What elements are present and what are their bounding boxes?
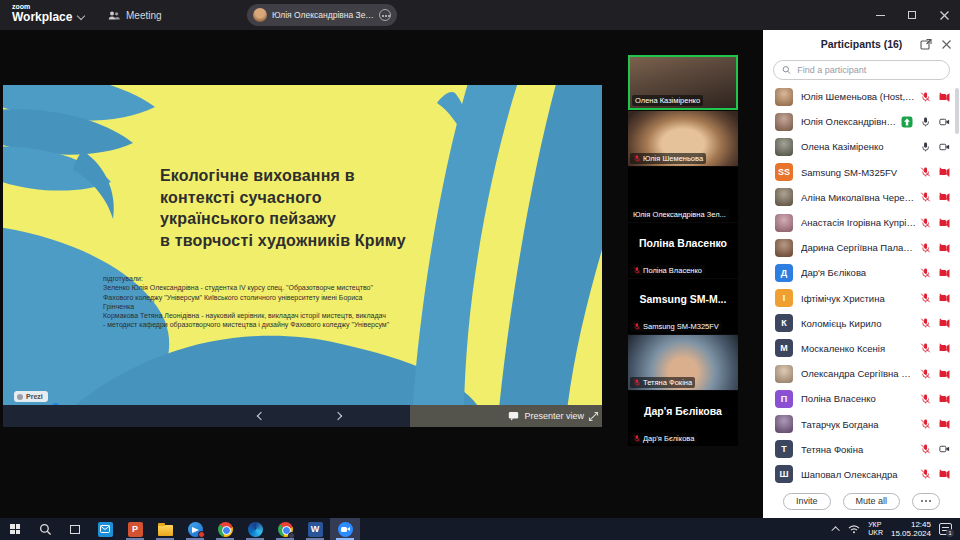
presentation-nav-bar: Presenter view xyxy=(3,405,602,427)
chrome-icon xyxy=(218,522,233,537)
participant-row[interactable]: І Іфтімічук Христина xyxy=(763,286,960,311)
mute-all-button[interactable]: Mute all xyxy=(843,493,901,510)
camera-off-icon xyxy=(938,217,951,229)
action-center-icon[interactable]: 1 xyxy=(939,523,952,535)
taskbar-word[interactable]: W xyxy=(300,518,330,540)
video-name-label: Олена Казіміренко xyxy=(632,95,703,106)
video-tile[interactable]: Тетяна Фокіна xyxy=(628,335,738,390)
video-tile[interactable]: Samsung SM-M... Samsung SM-M325FV xyxy=(628,279,738,334)
language-primary: УКР xyxy=(868,521,883,529)
participant-row[interactable]: Олександра Сергіївна Шпак xyxy=(763,361,960,386)
ellipsis-icon xyxy=(925,500,927,502)
presentation-slide: Екологічне виховання в контексті сучасно… xyxy=(3,85,602,405)
previous-slide-button[interactable] xyxy=(241,405,281,427)
tab-session[interactable]: Юлія Олександрівна Зеленко's xyxy=(247,4,397,26)
next-slide-button[interactable] xyxy=(318,405,358,427)
video-tile[interactable]: Юлія Шеменьова xyxy=(628,111,738,166)
avatar: Д xyxy=(775,264,793,282)
taskbar-search-button[interactable] xyxy=(30,518,60,540)
participant-row[interactable]: Ш Шаповал Олександра xyxy=(763,462,960,486)
maximize-button[interactable] xyxy=(896,0,928,30)
task-view-button[interactable] xyxy=(60,518,90,540)
brand-workplace: Workplace xyxy=(12,11,72,23)
participant-row[interactable]: Юлія Олександрівна Зелен... xyxy=(763,109,960,134)
video-tile[interactable]: Дар'я Бєлікова Дар'я Бєлікова xyxy=(628,391,738,446)
slide-title-line: українського пейзажу xyxy=(160,208,406,230)
taskbar-zoom[interactable] xyxy=(330,518,360,540)
powerpoint-icon: P xyxy=(128,522,143,537)
participant-name: Дар'я Бєлікова xyxy=(801,267,916,278)
credits-line: - методист кафедри образотворчого мистец… xyxy=(103,320,463,329)
mic-muted-icon xyxy=(920,292,931,304)
mic-muted-icon xyxy=(920,317,931,329)
tab-meeting[interactable]: Meeting xyxy=(100,0,170,30)
prezi-logo[interactable]: Prezi xyxy=(14,391,48,402)
hidden-icons-caret[interactable] xyxy=(832,526,840,534)
participant-row[interactable]: Анастасія Ігорівна Купрієнко xyxy=(763,210,960,235)
task-view-icon xyxy=(70,525,80,534)
search-input[interactable] xyxy=(795,64,941,76)
shared-screen-stage: Екологічне виховання в контексті сучасно… xyxy=(0,30,763,518)
prezi-logo-icon xyxy=(17,394,23,400)
start-button[interactable] xyxy=(0,518,30,540)
mail-icon xyxy=(98,522,113,537)
participant-row[interactable]: Олена Казіміренко xyxy=(763,134,960,159)
taskbar-powerpoint[interactable]: P xyxy=(120,518,150,540)
close-panel-icon[interactable] xyxy=(941,39,952,50)
participant-row[interactable]: Дарина Сергіївна Паламарчук xyxy=(763,235,960,260)
presenter-view-button[interactable]: Presenter view xyxy=(410,405,602,427)
invite-button[interactable]: Invite xyxy=(783,493,831,510)
participants-list: Юлія Шеменьова (Host, me) Юлія Олександр… xyxy=(763,84,960,486)
avatar: І xyxy=(775,289,793,307)
screen-share-icon xyxy=(901,116,913,128)
participant-name: Коломієць Кирило xyxy=(801,318,916,329)
camera-off-icon xyxy=(938,342,951,354)
taskbar-file-explorer[interactable] xyxy=(150,518,180,540)
minimize-button[interactable] xyxy=(864,0,896,30)
avatar xyxy=(775,138,793,156)
credits-heading: підготували: xyxy=(103,274,463,283)
taskbar-mail[interactable] xyxy=(90,518,120,540)
resize-icon[interactable] xyxy=(588,411,599,422)
avatar xyxy=(775,188,793,206)
avatar: Ш xyxy=(775,465,793,483)
clock[interactable]: 12:45 15.05.2024 xyxy=(891,520,931,538)
mic-muted-icon xyxy=(920,217,931,229)
participant-row[interactable]: SS Samsung SM-M325FV xyxy=(763,160,960,185)
language-indicator[interactable]: УКР UKR xyxy=(868,521,883,537)
participant-row[interactable]: Д Дар'я Бєлікова xyxy=(763,260,960,285)
mic-muted-icon xyxy=(920,242,931,254)
taskbar-edge[interactable] xyxy=(240,518,270,540)
video-tile[interactable]: Юлія Олександрівна Зел... xyxy=(628,167,738,222)
slide-title-line: в творчості художників Криму xyxy=(160,230,406,252)
participant-row[interactable]: М Москаленко Ксенія xyxy=(763,336,960,361)
zoom-icon xyxy=(338,522,353,537)
more-options-button[interactable] xyxy=(912,493,940,510)
participant-row[interactable]: Юлія Шеменьова (Host, me) xyxy=(763,84,960,109)
ellipsis-icon[interactable] xyxy=(379,9,391,21)
wifi-icon[interactable] xyxy=(848,524,860,534)
video-tile[interactable]: Поліна Власенко Поліна Власенко xyxy=(628,223,738,278)
participant-row[interactable]: К Коломієць Кирило xyxy=(763,311,960,336)
participant-name: Samsung SM-M325FV xyxy=(801,167,916,178)
messenger-icon xyxy=(188,522,203,537)
camera-off-icon xyxy=(938,267,951,279)
participant-row[interactable]: Т Тетяна Фокіна xyxy=(763,437,960,462)
participant-row[interactable]: П Поліна Власенко xyxy=(763,386,960,411)
popout-icon[interactable] xyxy=(920,38,932,50)
taskbar-messenger[interactable] xyxy=(180,518,210,540)
participant-name: Олена Казіміренко xyxy=(635,96,700,105)
camera-on-icon xyxy=(938,141,951,153)
participant-search[interactable] xyxy=(773,60,950,80)
video-tile-active-speaker[interactable]: Олена Казіміренко xyxy=(628,55,738,110)
participant-row[interactable]: Татарчук Богдана xyxy=(763,411,960,436)
mic-muted-icon xyxy=(920,443,931,455)
brand-zoom: zoom xyxy=(12,3,72,10)
close-button[interactable] xyxy=(928,0,960,30)
taskbar-browser-profile[interactable] xyxy=(270,518,300,540)
meeting-tab-label: Meeting xyxy=(126,10,162,21)
participant-row[interactable]: Аліна Миколаївна Черепінська xyxy=(763,185,960,210)
participant-name: Дарина Сергіївна Паламарчук xyxy=(801,242,916,253)
chevron-down-icon[interactable] xyxy=(77,12,85,20)
taskbar-chrome[interactable] xyxy=(210,518,240,540)
